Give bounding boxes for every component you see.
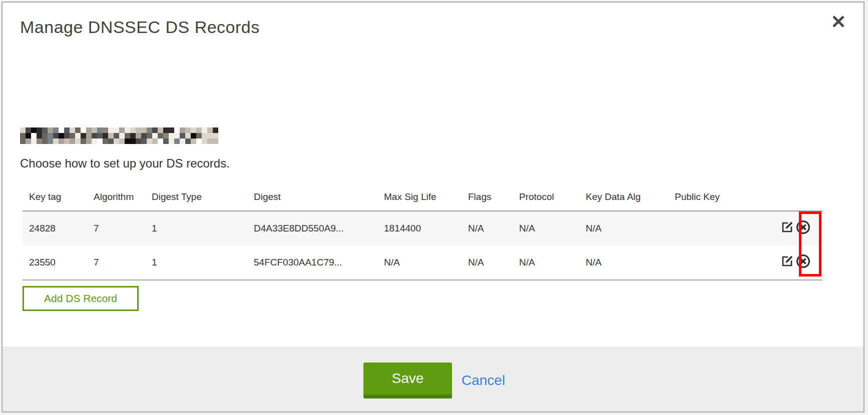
cancel-link[interactable]: Cancel [462,362,505,398]
add-ds-record-button[interactable]: Add DS Record [23,286,139,311]
col-header-protocol: Protocol [519,192,586,202]
table-row: 23550 7 1 54FCF030AA1C79... N/A N/A N/A … [23,246,822,280]
col-header-algorithm: Algorithm [94,192,152,202]
delete-circle-x-icon [796,220,810,237]
save-button[interactable]: Save [363,362,452,398]
delete-record-button[interactable] [796,254,810,271]
table-row: 24828 7 1 D4A33E8DD550A9... 1814400 N/A … [23,212,822,246]
edit-record-button[interactable] [781,221,793,236]
cell-algorithm: 7 [94,257,152,268]
edit-icon [781,221,793,236]
instruction-text: Choose how to set up your DS records. [20,156,230,170]
col-header-digest: Digest [254,192,384,202]
col-header-key-tag: Key tag [29,192,94,202]
cell-digest: D4A33E8DD550A9... [254,223,384,234]
cell-digest: 54FCF030AA1C79... [254,257,384,268]
table-header-row: Key tag Algorithm Digest Type Digest Max… [23,185,822,212]
cell-key-data-alg: N/A [586,223,675,234]
cell-max-sig-life: 1814400 [384,223,468,234]
cell-flags: N/A [468,223,519,234]
cell-algorithm: 7 [94,223,152,234]
edit-record-button[interactable] [781,255,793,270]
close-button[interactable] [828,12,848,32]
delete-record-button[interactable] [796,220,810,237]
cell-protocol: N/A [519,223,586,234]
col-header-flags: Flags [468,192,519,202]
col-header-public-key: Public Key [675,192,750,202]
cell-key-tag: 23550 [29,257,94,268]
col-header-max-sig-life: Max Sig Life [384,192,468,202]
close-icon [831,14,845,30]
cell-max-sig-life: N/A [384,257,468,268]
redacted-domain-mosaic [20,128,218,144]
cell-protocol: N/A [519,257,586,268]
edit-icon [781,255,793,270]
dnssec-modal: Manage DNSSEC DS Records Choose how to s… [2,2,864,412]
ds-records-table: Key tag Algorithm Digest Type Digest Max… [23,185,822,280]
col-header-key-data-alg: Key Data Alg [586,192,675,202]
cell-flags: N/A [468,257,519,268]
cell-digest-type: 1 [152,223,254,234]
cell-key-tag: 24828 [29,223,94,234]
col-header-digest-type: Digest Type [152,192,254,202]
page-title: Manage DNSSEC DS Records [20,18,260,37]
delete-circle-x-icon [796,254,810,271]
modal-footer: Save Cancel [3,346,863,412]
cell-key-data-alg: N/A [586,257,675,268]
cell-digest-type: 1 [152,257,254,268]
